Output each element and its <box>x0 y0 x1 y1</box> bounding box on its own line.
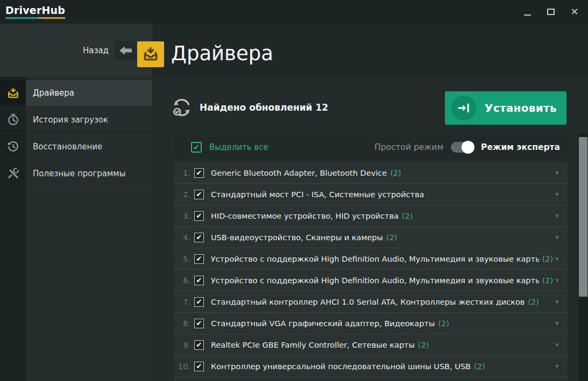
driver-row-count: (2) <box>402 212 413 220</box>
close-button[interactable]: ✕ <box>569 5 580 18</box>
driver-row-checkbox[interactable]: ✔ <box>194 254 204 264</box>
mode-toggle-knob[interactable] <box>462 141 474 154</box>
simple-mode-label[interactable]: Простой режим <box>374 142 443 152</box>
logo-underline <box>5 17 65 19</box>
driver-row-checkbox[interactable]: ✔ <box>194 362 204 371</box>
close-icon: ✕ <box>570 7 578 17</box>
install-button[interactable]: Установить <box>445 91 566 125</box>
chevron-down-icon[interactable]: ▼ <box>553 254 561 264</box>
driver-row-count: (2) <box>390 169 401 177</box>
sidebar-item-restore[interactable]: Восстановление <box>0 133 152 160</box>
clock-icon <box>0 106 26 133</box>
minimize-icon <box>524 15 531 16</box>
chevron-down-icon[interactable]: ▼ <box>553 297 561 307</box>
sidebar-item-label: Драйвера <box>26 80 152 106</box>
driver-row-title: HID-совместимое устройство, HID устройст… <box>211 212 399 220</box>
sidebar-item-drivers[interactable]: Драйвера <box>0 80 152 106</box>
driver-row-checkbox[interactable]: ✔ <box>194 319 204 328</box>
driver-row-title: Realtek PCIe GBE Family Controller, Сете… <box>211 341 415 349</box>
back-button[interactable] <box>115 41 136 60</box>
driver-row: 3. ✔ HID-совместимое устройство, HID уст… <box>174 205 568 227</box>
driver-row-title: Стандартный контроллер AHCI 1.0 Serial A… <box>211 298 525 306</box>
window-controls: ✕ <box>521 0 580 24</box>
driver-row-title: Контроллер универсальной последовательно… <box>211 362 471 371</box>
chevron-down-icon[interactable]: ▼ <box>553 190 561 199</box>
sidebar-item-download-history[interactable]: История загрузок <box>0 106 152 133</box>
driver-row-title: Устройство с поддержкой High Definition … <box>211 255 539 263</box>
logo-underline-teal <box>5 17 39 19</box>
driver-row-checkbox[interactable]: ✔ <box>194 233 204 242</box>
driver-row: 8. ✔ Стандартный VGA графический адаптер… <box>174 313 568 334</box>
driver-row-title: Стандартный VGA графический адаптер, Вид… <box>211 319 435 328</box>
driver-row-number: 3. <box>177 212 190 220</box>
driver-row-count: (2) <box>474 362 485 371</box>
chevron-down-icon[interactable]: ▼ <box>553 276 561 285</box>
driver-row: 1. ✔ Generic Bluetooth Adapter, Bluetoot… <box>174 162 568 184</box>
driver-row-title: USB-видеоустройство, Сканеры и камеры <box>211 233 383 242</box>
driver-row-checkbox[interactable]: ✔ <box>194 211 204 221</box>
driver-row-checkbox[interactable]: ✔ <box>194 276 204 285</box>
drivers-inbox-icon <box>142 46 159 63</box>
scrollbar-thumb[interactable] <box>579 137 587 297</box>
titlebar: DriverHub ✕ <box>0 0 588 24</box>
driver-row-count: (2) <box>542 255 554 263</box>
tools-icon <box>0 160 26 186</box>
scrollbar-track[interactable] <box>578 133 588 381</box>
driver-row: 5. ✔ Устройство с поддержкой High Defini… <box>174 248 568 270</box>
chevron-down-icon[interactable]: ▼ <box>553 211 561 221</box>
driver-row-title: Устройство с поддержкой High Definition … <box>211 276 539 285</box>
driver-row-title: Стандартный мост PCI - ISA, Системные ус… <box>211 190 424 199</box>
back-label: Назад <box>83 46 109 55</box>
expert-mode-label[interactable]: Режим эксперта <box>481 142 560 152</box>
driver-row-checkbox[interactable]: ✔ <box>194 168 204 178</box>
maximize-icon <box>547 9 555 15</box>
page-title: Драйвера <box>171 42 273 65</box>
driver-row-number: 4. <box>177 233 190 242</box>
mode-toggle[interactable] <box>451 142 473 153</box>
driver-row: 10. ✔ Контроллер универсальной последова… <box>174 356 568 377</box>
driver-row: 9. ✔ Realtek PCIe GBE Family Controller,… <box>174 334 568 356</box>
driver-row-checkbox[interactable]: ✔ <box>194 190 204 199</box>
chevron-down-icon[interactable]: ▼ <box>553 340 561 350</box>
driver-row-checkbox[interactable]: ✔ <box>194 297 204 307</box>
header-back-area: Назад <box>0 24 152 77</box>
driver-row-number: 9. <box>177 341 190 349</box>
updates-found-text: Найдено обновлений 12 <box>200 102 328 113</box>
chevron-down-icon[interactable]: ▼ <box>553 362 561 371</box>
driver-row-partial <box>174 377 568 381</box>
chevron-down-icon[interactable]: ▼ <box>553 233 561 242</box>
chevron-down-icon[interactable]: ▼ <box>553 168 561 178</box>
driver-row-number: 2. <box>177 190 190 199</box>
arrow-into-bar-icon <box>451 96 476 120</box>
driver-row-number: 6. <box>177 276 190 285</box>
sidebar-item-label: Полезные программы <box>26 160 152 186</box>
minimize-button[interactable] <box>521 5 533 18</box>
driver-list: 1. ✔ Generic Bluetooth Adapter, Bluetoot… <box>174 162 568 381</box>
driver-row-count: (2) <box>386 233 398 242</box>
sidebar-item-useful-programs[interactable]: Полезные программы <box>0 160 152 187</box>
restore-icon <box>0 133 26 160</box>
sidebar-item-label: История загрузок <box>26 106 152 133</box>
main-content: Найдено обновлений 12 Установить ✔ Выдел… <box>152 77 588 381</box>
mode-switch-group: Простой режим Режим эксперта <box>374 142 560 153</box>
driver-row-count: (2) <box>542 276 554 285</box>
sidebar-item-label: Восстановление <box>26 133 152 160</box>
back-arrow-icon <box>119 45 132 56</box>
drivers-inbox-icon <box>0 80 26 106</box>
driver-row: 4. ✔ USB-видеоустройство, Сканеры и каме… <box>174 227 568 248</box>
driver-row-number: 10. <box>177 362 190 371</box>
select-all-label: Выделить все <box>209 142 268 152</box>
driver-row: 6. ✔ Устройство с поддержкой High Defini… <box>174 270 568 291</box>
select-all-control[interactable]: ✔ Выделить все <box>191 142 268 153</box>
app-logo: DriverHub <box>5 4 65 19</box>
driver-row-number: 7. <box>177 298 190 306</box>
select-all-checkbox[interactable]: ✔ <box>191 142 202 153</box>
refresh-check-icon <box>171 97 193 118</box>
driver-row-number: 5. <box>177 255 190 263</box>
driver-row-checkbox[interactable]: ✔ <box>194 340 204 350</box>
logo-underline-gold <box>39 17 65 19</box>
driver-row-count: (2) <box>418 341 429 349</box>
sidebar: Драйвера История загрузок <box>0 77 152 381</box>
chevron-down-icon[interactable]: ▼ <box>553 319 561 328</box>
maximize-button[interactable] <box>545 5 557 18</box>
